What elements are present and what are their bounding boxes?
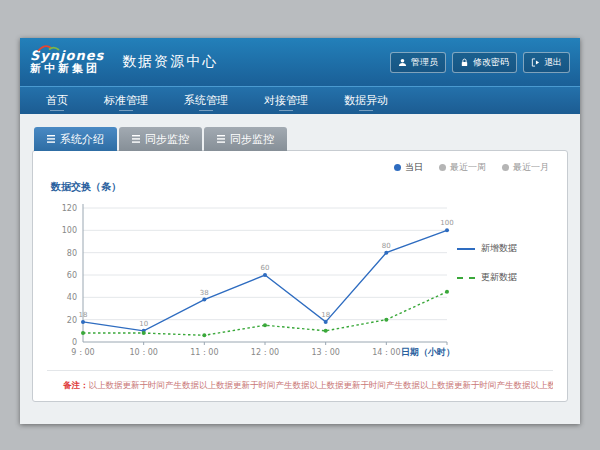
dotted-line-sample [457, 277, 475, 279]
series-legend: 新增数据 更新数据 [457, 196, 549, 284]
list-icon [217, 135, 225, 143]
change-password-button[interactable]: 修改密码 [452, 52, 517, 73]
nav-item-system-mgmt[interactable]: 系统管理 [166, 87, 246, 114]
logo-brand: Synjones [30, 49, 104, 63]
svg-text:100: 100 [440, 219, 453, 227]
logout-button[interactable]: 退出 [523, 52, 570, 73]
svg-text:40: 40 [67, 293, 77, 302]
series-legend-item-updated-data[interactable]: 更新数据 [457, 271, 549, 284]
series-legend-item-new-data[interactable]: 新增数据 [457, 242, 549, 255]
svg-text:38: 38 [200, 289, 209, 297]
tab-label: 同步监控 [145, 132, 189, 147]
list-icon [47, 135, 55, 143]
legend-label: 最近一月 [513, 161, 549, 174]
svg-text:日期（小时）: 日期（小时） [401, 347, 455, 357]
logo-company: 新中新集团 [30, 63, 104, 75]
svg-text:11：00: 11：00 [190, 348, 218, 357]
legend-dot [394, 164, 401, 171]
tab-system-intro[interactable]: 系统介绍 [34, 127, 117, 151]
svg-text:60: 60 [261, 264, 270, 272]
list-icon [132, 135, 140, 143]
tab-sync-monitor-2[interactable]: 同步监控 [204, 127, 287, 151]
footnote-label: 备注： [63, 380, 89, 390]
svg-text:120: 120 [62, 204, 77, 213]
chart-panel: 当日 最近一周 最近一月 数据交换（条） 0204060801001209：00… [32, 150, 568, 402]
svg-text:0: 0 [72, 338, 77, 347]
tab-label: 系统介绍 [60, 132, 104, 147]
footnote: 备注：以上数据更新于时间产生数据以上数据更新于时间产生数据以上数据更新于时间产生… [47, 370, 553, 392]
tab-bar: 系统介绍 同步监控 同步监控 [34, 126, 568, 150]
logo: Synjones 新中新集团 [30, 49, 104, 75]
series-label: 更新数据 [481, 271, 517, 284]
period-option-last-month[interactable]: 最近一月 [502, 161, 549, 174]
legend-label: 最近一周 [450, 161, 486, 174]
y-axis-title: 数据交换（条） [51, 180, 553, 194]
content-area: 系统介绍 同步监控 同步监控 当日 [20, 114, 580, 424]
series-label: 新增数据 [481, 242, 517, 255]
logout-icon [531, 58, 540, 67]
user-icon [398, 58, 407, 67]
page-title: 数据资源中心 [122, 53, 218, 71]
svg-text:100: 100 [62, 226, 77, 235]
svg-text:14：00: 14：00 [372, 348, 400, 357]
svg-text:20: 20 [67, 316, 77, 325]
period-option-last-week[interactable]: 最近一周 [439, 161, 486, 174]
period-legend: 当日 最近一周 最近一月 [47, 159, 553, 180]
lock-icon [460, 58, 469, 67]
nav-item-standard-mgmt[interactable]: 标准管理 [86, 87, 166, 114]
legend-label: 当日 [405, 161, 423, 174]
svg-text:9：00: 9：00 [71, 348, 94, 357]
svg-text:80: 80 [67, 249, 77, 258]
svg-text:60: 60 [67, 271, 77, 280]
logo-swoosh-icon [36, 43, 60, 52]
nav-item-home[interactable]: 首页 [28, 87, 86, 114]
svg-text:80: 80 [382, 242, 391, 250]
svg-text:18: 18 [79, 311, 88, 319]
solid-line-sample [457, 248, 475, 250]
nav-item-data-change[interactable]: 数据异动 [326, 87, 406, 114]
tab-sync-monitor-1[interactable]: 同步监控 [119, 127, 202, 151]
footnote-text: 以上数据更新于时间产生数据以上数据更新于时间产生数据以上数据更新于时间产生数据以… [89, 380, 554, 390]
nav-item-connection-mgmt[interactable]: 对接管理 [246, 87, 326, 114]
period-option-today[interactable]: 当日 [394, 161, 423, 174]
svg-text:12：00: 12：00 [251, 348, 279, 357]
admin-user-label: 管理员 [411, 56, 438, 69]
line-chart: 0204060801001209：0010：0011：0012：0013：001… [47, 196, 457, 366]
app-header: Synjones 新中新集团 数据资源中心 管理员 修改密码 退出 [20, 38, 580, 86]
svg-text:10：00: 10：00 [129, 348, 157, 357]
change-password-label: 修改密码 [473, 56, 509, 69]
svg-text:13：00: 13：00 [311, 348, 339, 357]
svg-text:10: 10 [139, 320, 148, 328]
legend-dot [502, 164, 509, 171]
chart-row: 0204060801001209：0010：0011：0012：0013：001… [47, 196, 553, 366]
legend-dot [439, 164, 446, 171]
logout-label: 退出 [544, 56, 562, 69]
svg-text:18: 18 [321, 311, 330, 319]
tab-label: 同步监控 [230, 132, 274, 147]
admin-user-button[interactable]: 管理员 [390, 52, 446, 73]
main-nav: 首页 标准管理 系统管理 对接管理 数据异动 [20, 86, 580, 114]
app-window: Synjones 新中新集团 数据资源中心 管理员 修改密码 退出 [20, 38, 580, 424]
